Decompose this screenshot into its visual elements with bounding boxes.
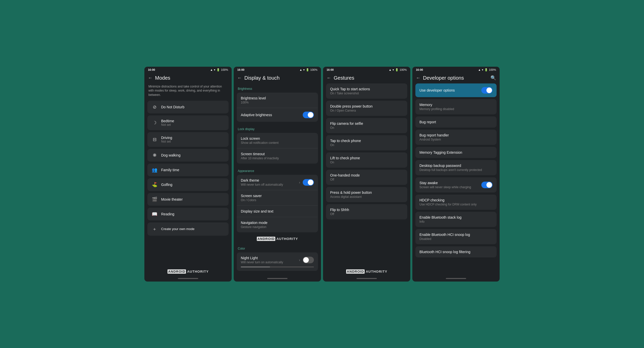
adaptive-brightness-toggle[interactable] (303, 112, 314, 118)
gesture-double-press[interactable]: Double press power button On / Open Came… (326, 101, 407, 116)
gesture-flip-shhh[interactable]: Flip to Shhh Off (326, 204, 407, 219)
status-bar-display: 16:00 ▲ ▾ 🔋 100% (234, 67, 321, 73)
battery-percent-dev: 100% (489, 68, 496, 71)
toggle-knob (308, 112, 313, 118)
use-dev-toggle[interactable] (481, 87, 493, 94)
golfing-label: Golfing (161, 183, 172, 187)
row-brightness-level[interactable]: Brightness level 100% (237, 93, 318, 108)
back-button-display[interactable]: ← (237, 75, 242, 81)
dev-item-desktop-backup[interactable]: Desktop backup password Desktop full bac… (415, 160, 497, 175)
brightness-level-label: Brightness level (241, 96, 266, 100)
mode-item-golfing[interactable]: ⛳ Golfing (147, 178, 229, 191)
night-light-slider[interactable] (241, 267, 314, 267)
row-screen-saver[interactable]: Screen saver On / Colors (237, 190, 318, 206)
driving-icon: ⊟ (151, 137, 158, 142)
create-mode-label: Create your own mode (161, 227, 195, 231)
dev-item-bug-handler[interactable]: Bug report handler Android System (415, 130, 497, 145)
family-label: Family time (161, 168, 179, 172)
time-modes: 16:00 (148, 68, 155, 71)
gesture-tap-check-label: Tap to check phone (330, 139, 403, 143)
mode-item-reading[interactable]: 📖 Reading (147, 208, 229, 220)
back-button-dev[interactable]: ← (416, 75, 420, 81)
night-light-toggle[interactable] (303, 257, 314, 263)
dev-stay-awake-label: Stay awake (419, 181, 471, 185)
screen-display: 16:00 ▲ ▾ 🔋 100% ← Display & touch Brigh… (234, 67, 321, 282)
dev-bug-handler-sublabel: Android System (419, 138, 449, 141)
row-adaptive-brightness[interactable]: Adaptive brightness (237, 108, 318, 122)
row-lock-screen[interactable]: Lock screen Show all notification conten… (237, 133, 318, 148)
back-button-modes[interactable]: ← (148, 75, 152, 81)
mode-item-bedtime[interactable]: ☽ Bedtime Not set (147, 115, 229, 130)
plus-icon: ＋ (151, 226, 158, 232)
mode-item-driving[interactable]: ⊟ Driving Not set (147, 132, 229, 147)
status-icons-modes: ▲ ▾ 🔋 100% (210, 68, 228, 72)
gesture-lift-check[interactable]: Lift to check phone On (326, 152, 407, 168)
gesture-lift-check-label: Lift to check phone (330, 156, 403, 160)
top-bar-gestures: ← Gestures (323, 73, 410, 83)
row-screen-timeout[interactable]: Screen timeout After 10 minutes of inact… (237, 148, 318, 164)
title-dev: Developer options (423, 75, 464, 81)
home-indicator-dev (446, 278, 466, 279)
signal-icon-g: ▲ (389, 68, 392, 71)
gesture-hold-power-sub: Access digital assistant (330, 195, 403, 199)
card-lock-display: Lock screen Show all notification conten… (237, 133, 318, 164)
use-dev-options-row[interactable]: Use developer options (415, 83, 497, 97)
dev-item-memory[interactable]: Memory Memory profiling disabled (415, 99, 497, 114)
section-brightness: Brightness (237, 83, 318, 93)
row-display-size[interactable]: Display size and text (237, 206, 318, 217)
status-icons-display: ▲ ▾ 🔋 100% (299, 68, 317, 72)
navigation-mode-sublabel: Gesture navigation (241, 225, 267, 229)
dev-item-bt-stack[interactable]: Enable Bluetooth stack log Info (415, 212, 497, 227)
battery-icon: 🔋 (216, 68, 220, 72)
signal-icon-dev: ▲ (478, 68, 481, 71)
dev-item-memory-tagging[interactable]: Memory Tagging Extension (415, 147, 497, 158)
reading-label: Reading (161, 212, 174, 216)
gesture-flip-camera[interactable]: Flip camera for selfie On (326, 118, 407, 133)
battery-percent-gestures: 100% (400, 68, 407, 71)
gesture-double-press-sub: On / Open Camera (330, 109, 403, 112)
row-navigation-mode[interactable]: Navigation mode Gesture navigation (237, 217, 318, 232)
gesture-quick-tap[interactable]: Quick Tap to start actions On / Take scr… (326, 83, 407, 99)
top-bar-display: ← Display & touch (234, 73, 321, 83)
dev-hdcp-sublabel: Use HDCP checking for DRM content only (419, 203, 477, 206)
gesture-double-press-label: Double press power button (330, 104, 403, 108)
dark-theme-toggle[interactable] (303, 179, 314, 186)
search-icon-dev[interactable]: 🔍 (490, 75, 496, 81)
mode-item-dogwalking[interactable]: ❋ Dog walking (147, 149, 229, 162)
time-gestures: 16:00 (327, 68, 334, 71)
back-button-gestures[interactable]: ← (327, 75, 331, 81)
dev-item-stay-awake[interactable]: Stay awake Screen will never sleep while… (415, 177, 497, 193)
gesture-one-handed-sub: Off (330, 178, 403, 181)
gesture-tap-check[interactable]: Tap to check phone On (326, 135, 407, 150)
dnd-icon: ⊘ (151, 104, 158, 110)
dev-bt-hci-sublabel: Disabled (419, 237, 470, 241)
mode-item-family[interactable]: 👥 Family time (147, 164, 229, 176)
row-dark-theme[interactable]: Dark theme Will never turn off automatic… (237, 175, 318, 190)
content-display: Brightness Brightness level 100% Adaptiv… (234, 83, 321, 276)
watermark-authority-gestures: AUTHORITY (366, 270, 387, 273)
signal-icon-d: ▲ (299, 68, 302, 71)
dev-item-bug-report[interactable]: Bug report (415, 116, 497, 128)
row-night-light[interactable]: Night Light Will never turn on automatic… (237, 252, 318, 271)
gesture-one-handed[interactable]: One-handed mode Off (326, 170, 407, 185)
stay-awake-toggle[interactable] (481, 182, 493, 188)
mode-item-dnd[interactable]: ⊘ Do Not Disturb (147, 101, 229, 113)
mode-item-theater[interactable]: 🎬 Movie theater (147, 193, 229, 206)
dev-item-bt-hci[interactable]: Enable Bluetooth HCI snoop log Disabled (415, 229, 497, 244)
dev-item-hdcp[interactable]: HDCP checking Use HDCP checking for DRM … (415, 195, 497, 210)
dogwalking-label: Dog walking (161, 153, 180, 157)
dev-bug-report-label: Bug report (419, 120, 436, 124)
dev-item-bt-hci-filter[interactable]: Bluetooth HCI snoop log filtering (415, 246, 497, 257)
brightness-level-value: 100% (241, 101, 266, 104)
gesture-hold-power[interactable]: Press & hold power button Access digital… (326, 187, 407, 202)
battery-icon-d: 🔋 (306, 68, 309, 72)
night-light-label: Night Light (241, 256, 283, 260)
screen-saver-sublabel: On / Colors (241, 198, 262, 202)
wifi-icon-g: ▾ (393, 68, 394, 72)
create-mode-button[interactable]: ＋ Create your own mode (147, 222, 229, 236)
gesture-flip-camera-label: Flip camera for selfie (330, 121, 403, 126)
watermark-authority-display: AUTHORITY (276, 237, 298, 241)
night-light-sublabel: Will never turn on automatically (241, 260, 283, 264)
lock-screen-label: Lock screen (241, 136, 279, 141)
screen-modes: 16:00 ▲ ▾ 🔋 100% ← Modes Minimize distra… (144, 67, 232, 282)
